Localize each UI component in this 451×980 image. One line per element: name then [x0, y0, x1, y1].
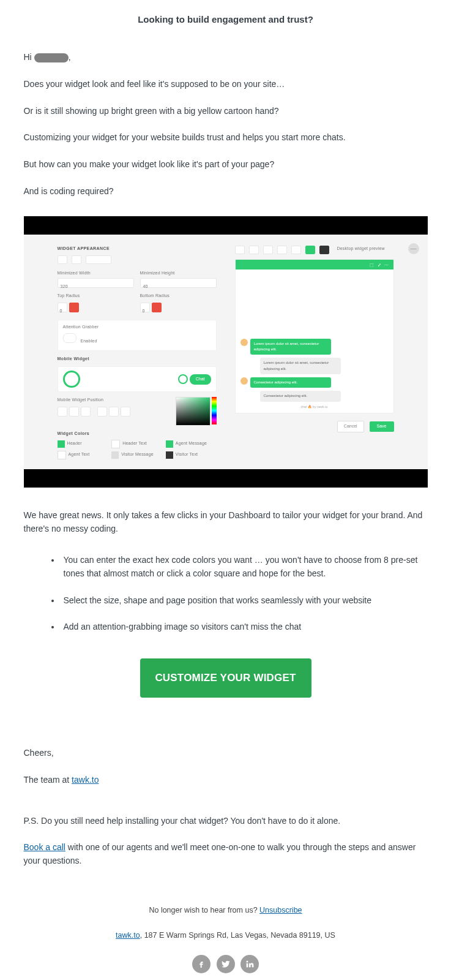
color-swatch[interactable]	[111, 451, 119, 459]
signoff: Cheers,	[24, 747, 428, 760]
color-swatch[interactable]	[111, 440, 120, 448]
tab[interactable]	[86, 255, 111, 264]
bullet-list: You can enter the exact hex code colors …	[24, 554, 428, 634]
visitor-message: Lorem ipsum dolor sit amet, consectetur …	[260, 358, 341, 374]
body-paragraph: Customizing your widget for your website…	[24, 131, 428, 145]
team-line: The team at tawk.to	[24, 774, 428, 787]
section-heading: Widget Colors	[58, 431, 217, 437]
linkedin-icon[interactable]	[240, 955, 259, 973]
unsubscribe-link[interactable]: Unsubscribe	[259, 906, 302, 914]
field-label: Top Radius	[58, 293, 134, 300]
avatar-icon	[240, 377, 248, 385]
page-title: Looking to build engagement and trust?	[24, 12, 428, 26]
greeting-line: Hi ,	[24, 51, 428, 64]
save-button[interactable]: Save	[370, 421, 394, 432]
field-label: Minimized Width	[58, 270, 134, 277]
swatch-label: Visitor Message	[121, 451, 154, 458]
color-swatch[interactable]	[166, 451, 173, 459]
cancel-button[interactable]: Cancel	[337, 421, 364, 432]
field-label: Mobile Widget Position	[58, 397, 134, 404]
header-icons: ⬚ ⤢ ⋯	[370, 262, 390, 269]
hue-slider[interactable]	[212, 397, 217, 424]
tool-icon[interactable]	[263, 246, 273, 254]
field-label: Attention Grabber	[63, 324, 211, 331]
swatch-label: Agent Text	[69, 451, 90, 458]
enabled-toggle[interactable]	[63, 333, 76, 343]
color-swatch[interactable]	[166, 440, 173, 448]
list-item: You can enter the exact hex code colors …	[61, 554, 428, 580]
redacted-name	[34, 53, 69, 62]
customize-widget-button[interactable]: CUSTOMIZE YOUR WIDGET	[140, 658, 311, 698]
bubble-icon[interactable]	[63, 371, 80, 388]
min-width-input[interactable]: 320	[58, 278, 134, 288]
body-paragraph: We have great news. It only takes a few …	[24, 509, 428, 535]
tool-icon[interactable]	[235, 246, 245, 254]
ps-line: P.S. Do you still need help installing y…	[24, 815, 428, 828]
body-paragraph: But how can you make your widget look li…	[24, 158, 428, 172]
radius-lock-icon[interactable]	[152, 303, 162, 312]
bubble-small-icon[interactable]	[178, 374, 188, 384]
chat-pill[interactable]: Chat	[190, 374, 211, 385]
tab[interactable]	[58, 255, 67, 264]
radius-input[interactable]: 0	[58, 303, 67, 312]
swatch-label: Header	[67, 440, 82, 447]
radius-input[interactable]: 0	[140, 303, 150, 312]
body-paragraph: Does your widget look and feel like it's…	[24, 78, 428, 91]
close-icon[interactable]: —	[408, 243, 419, 254]
tawkto-link[interactable]: tawk.to	[72, 775, 99, 785]
team-prefix: The team at	[24, 775, 72, 785]
chat-footer: chat 🔥 by tawk.to	[236, 405, 393, 410]
tab-row	[58, 255, 217, 264]
attention-grabber-section: Attention Grabber Enabled	[58, 320, 217, 352]
swatch-label: Agent Message	[176, 440, 207, 447]
screenshot-frame: — WIDGET APPEARANCE Minimized Width320 M…	[24, 216, 428, 487]
agent-message: Lorem ipsum dolor sit amet, consectetur …	[250, 339, 331, 355]
min-height-input[interactable]: 40	[140, 278, 217, 288]
swatch-label: Visitor Text	[176, 451, 198, 458]
tool-icon[interactable]	[319, 246, 329, 254]
swatch-label: Header Text	[122, 440, 147, 447]
greeting: Hi	[24, 52, 34, 62]
tool-icon[interactable]	[277, 246, 287, 254]
preview-label: Desktop widget preview	[337, 246, 385, 254]
tool-icon[interactable]	[305, 246, 315, 254]
unsubscribe-line: No longer wish to hear from us? Unsubscr…	[24, 905, 428, 916]
color-swatch[interactable]	[58, 440, 65, 448]
tool-icon[interactable]	[249, 246, 259, 254]
unsub-prefix: No longer wish to hear from us?	[149, 906, 259, 914]
tool-icon[interactable]	[291, 246, 301, 254]
preview-panel: Desktop widget preview ⬚ ⤢ ⋯ Lorem ipsum…	[235, 246, 394, 432]
toggle-label: Enabled	[80, 339, 97, 343]
body-paragraph: And is coding required?	[24, 185, 428, 198]
twitter-icon[interactable]	[217, 955, 235, 973]
field-label: Minimized Height	[140, 270, 217, 277]
field-label: Bottom Radius	[140, 293, 217, 300]
color-picker[interactable]	[176, 397, 211, 426]
radius-lock-icon[interactable]	[69, 303, 79, 312]
address-line: tawk.to, 187 E Warm Springs Rd, Las Vega…	[24, 930, 428, 941]
panel-heading: WIDGET APPEARANCE	[58, 246, 217, 252]
avatar-icon	[240, 339, 248, 346]
book-line: Book a call with one of our agents and w…	[24, 841, 428, 867]
preview-toolbar	[235, 246, 331, 254]
color-swatch[interactable]	[58, 451, 66, 459]
chat-preview: ⬚ ⤢ ⋯ Lorem ipsum dolor sit amet, consec…	[235, 259, 394, 413]
mobile-widget-row: Chat	[58, 366, 217, 392]
tawkto-footer-link[interactable]: tawk.to	[116, 931, 140, 940]
chat-header: ⬚ ⤢ ⋯	[236, 260, 393, 270]
facebook-icon[interactable]	[192, 955, 211, 973]
settings-panel: WIDGET APPEARANCE Minimized Width320 Min…	[58, 246, 217, 459]
visitor-message: Consectetur adipiscing elit.	[260, 391, 341, 401]
list-item: Select the size, shape and page position…	[61, 594, 428, 608]
body-paragraph: Or is it still showing up bright green w…	[24, 105, 428, 118]
book-suffix: with one of our agents and we'll meet on…	[24, 842, 416, 865]
list-item: Add an attention-grabbing image so visit…	[61, 620, 428, 634]
section-heading: Mobile Widget	[58, 356, 217, 363]
book-call-link[interactable]: Book a call	[24, 842, 65, 852]
tab[interactable]	[72, 255, 81, 264]
position-picker[interactable]	[58, 407, 134, 420]
address-text: , 187 E Warm Springs Rd, Las Vegas, Neva…	[140, 931, 335, 940]
agent-message: Consectetur adipiscing elit.	[250, 377, 331, 388]
